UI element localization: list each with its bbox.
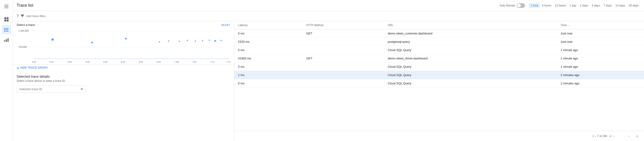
x-label: 6:30 (68, 61, 72, 63)
trace-details-title: Selected trace details (16, 74, 230, 78)
time-4days[interactable]: 4 days (590, 3, 602, 8)
svg-point-69 (212, 58, 212, 59)
svg-rect-6 (7, 20, 8, 22)
time-14days[interactable]: 14 days (614, 3, 627, 8)
svg-point-54 (158, 59, 158, 59)
svg-point-42 (113, 59, 114, 59)
filter-input[interactable] (26, 14, 640, 18)
prev-page-button[interactable]: ‹ (617, 133, 624, 139)
chart-icon[interactable] (2, 35, 11, 44)
time-7days[interactable]: 7 days (602, 3, 614, 8)
table-row[interactable]: 1 ms Cloud SQL Query 2 minutes ago (234, 71, 644, 79)
table-header: Latency HTTP Method URL Time ↓ (234, 21, 644, 29)
time-controls: Auto Reload 1 hour 6 hours 12 hours 1 da… (500, 3, 640, 8)
svg-rect-2 (4, 8, 8, 8)
x-label: 6:50 (139, 61, 143, 63)
cell-latency: 0 ms (234, 29, 302, 38)
svg-point-53 (154, 58, 155, 59)
chart-container: 1,500,000 750,000 (13, 28, 234, 65)
table-row[interactable]: 0 ms Cloud SQL Query 1 minute ago (234, 46, 644, 54)
svg-rect-5 (4, 20, 6, 22)
cell-url: Cloud SQL Query (384, 79, 557, 88)
help-icon[interactable]: ? (16, 14, 19, 18)
filter-icon[interactable] (20, 14, 24, 19)
time-6hours[interactable]: 6 hours (540, 3, 553, 8)
chart-dot[interactable] (214, 40, 216, 42)
next-page-button[interactable]: › (626, 133, 632, 139)
cell-latency: 1 ms (234, 71, 302, 79)
svg-point-28 (59, 59, 60, 59)
svg-point-47 (134, 58, 134, 59)
chart-dot[interactable] (187, 40, 188, 41)
col-time[interactable]: Time ↓ (557, 21, 644, 29)
svg-rect-13 (4, 40, 5, 42)
hide-graph-label: HIDE TRACE GRAPH (20, 66, 48, 69)
graph-title: Select a trace (16, 23, 35, 27)
trace-id-input[interactable] (19, 87, 80, 91)
y-label-top: 1,500,000 (18, 30, 29, 32)
col-method[interactable]: HTTP Method (302, 21, 384, 29)
svg-point-44 (120, 59, 120, 59)
list-icon[interactable] (2, 25, 11, 34)
table-row[interactable]: 2333 ms postgresql.query Just now (234, 38, 644, 46)
cell-time: 2 minutes ago (557, 79, 644, 88)
chart-dot[interactable] (91, 42, 93, 44)
col-url[interactable]: URL (384, 21, 557, 29)
time-30days[interactable]: 30 days (627, 3, 640, 8)
svg-rect-8 (6, 28, 8, 29)
svg-point-39 (102, 58, 103, 59)
chart-dot[interactable] (202, 40, 203, 41)
svg-point-56 (164, 59, 165, 59)
cell-method: GET (302, 29, 384, 38)
svg-point-67 (205, 58, 206, 59)
chart-dot[interactable] (178, 41, 180, 42)
time-1day[interactable]: 1 day (568, 3, 578, 8)
svg-rect-7 (4, 28, 5, 29)
last-page-button[interactable]: ›| (634, 133, 640, 139)
chart-dot[interactable] (159, 41, 160, 43)
x-label: 7:10 (210, 61, 214, 63)
svg-point-68 (207, 59, 208, 59)
chart-dot[interactable] (209, 40, 210, 41)
reset-button[interactable]: RESET (221, 24, 230, 26)
x-label: 6:35 (86, 61, 90, 63)
hide-graph-chevron: ▲ (16, 66, 19, 69)
svg-rect-14 (6, 39, 7, 42)
first-page-button[interactable]: |‹ (609, 133, 616, 139)
chart-dot[interactable] (125, 38, 127, 40)
cell-time: 1 minute ago (557, 63, 644, 71)
table-row[interactable]: 0 ms Cloud SQL Query 1 minute ago (234, 63, 644, 71)
page-title: Trace list (16, 3, 33, 8)
time-1hour[interactable]: 1 hour (529, 3, 540, 8)
cell-url: postgresql.query (384, 38, 557, 46)
cell-url: demo.views_driver.dashboard (384, 54, 557, 63)
svg-point-21 (37, 58, 38, 59)
svg-point-73 (224, 58, 225, 59)
y-label-mid: 750,000 (18, 46, 27, 48)
chart-dot[interactable] (168, 40, 170, 42)
time-2days[interactable]: 2 days (578, 3, 590, 8)
svg-point-58 (172, 59, 172, 59)
svg-point-65 (197, 58, 198, 59)
col-latency[interactable]: Latency (234, 21, 302, 29)
auto-reload-toggle[interactable] (517, 3, 525, 8)
hide-graph-bar[interactable]: ▲ HIDE TRACE GRAPH (13, 65, 234, 71)
time-12hours[interactable]: 12 hours (553, 3, 568, 8)
svg-point-51 (148, 58, 148, 59)
sidebar (0, 0, 13, 141)
chart-dot[interactable] (220, 40, 222, 41)
svg-point-59 (174, 58, 175, 59)
table-row[interactable]: 0 ms GET demo.views_customer.dashboard J… (234, 29, 644, 38)
chart-dot[interactable] (52, 38, 54, 41)
dashboard-icon[interactable] (2, 15, 11, 24)
clear-icon[interactable]: ✕ (80, 87, 83, 91)
cell-method (302, 71, 384, 79)
svg-point-36 (87, 59, 88, 59)
svg-point-52 (151, 59, 152, 59)
svg-rect-4 (7, 17, 8, 19)
table-row[interactable]: 41983 ms GET demo.views_driver.dashboard… (234, 54, 644, 63)
svg-point-55 (162, 58, 162, 59)
table-row[interactable]: 0 ms Cloud SQL Query 2 minutes ago (234, 79, 644, 88)
chart-dot[interactable] (195, 41, 196, 42)
menu-icon[interactable] (2, 2, 11, 11)
